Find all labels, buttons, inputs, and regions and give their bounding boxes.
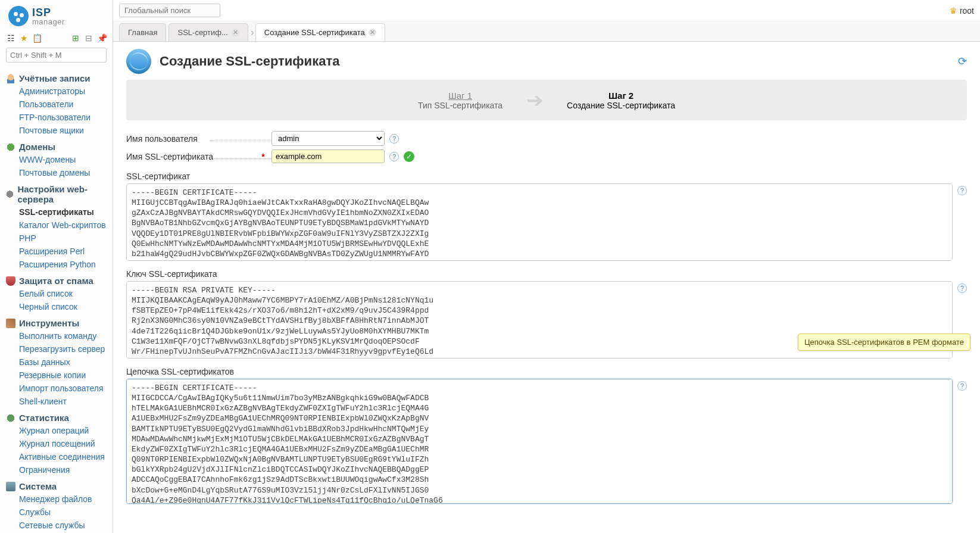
- help-icon[interactable]: ?: [389, 134, 399, 144]
- nav-item[interactable]: Каталог Web-скриптов: [0, 219, 113, 232]
- tree-icon[interactable]: ☷: [6, 33, 15, 43]
- check-icon: ✓: [404, 151, 414, 162]
- sidebar-search-input[interactable]: [6, 48, 107, 63]
- chain-textarea[interactable]: [126, 379, 953, 504]
- logo-top: ISP: [32, 7, 65, 18]
- step-2: Шаг 2 Создание SSL-сертификата: [567, 91, 675, 110]
- tab-label: Главная: [128, 28, 157, 37]
- clipboard-icon[interactable]: 📋: [32, 33, 42, 43]
- pin-icon[interactable]: 📌: [97, 33, 107, 43]
- add-icon[interactable]: ⊞: [71, 33, 80, 43]
- section-title: Статистика: [19, 413, 69, 423]
- section-icon: [6, 413, 15, 423]
- nav-item[interactable]: Пользователи: [0, 98, 113, 111]
- logo: ISP manager: [0, 0, 113, 31]
- help-icon[interactable]: ?: [957, 186, 967, 195]
- nav-section[interactable]: Защита от спама: [0, 271, 113, 287]
- nav-item[interactable]: Черный список: [0, 300, 113, 313]
- nav-item[interactable]: Shell-клиент: [0, 395, 113, 408]
- label-user: Имя пользователя: [126, 134, 257, 144]
- nav-section[interactable]: Настройки web-сервера: [0, 179, 113, 205]
- page-icon: [126, 49, 151, 74]
- nav-item[interactable]: Активные соединения: [0, 450, 113, 463]
- label-chain: Цепочка SSL-сертификатов: [126, 367, 967, 376]
- label-cert: SSL-сертификат: [126, 172, 967, 181]
- nav-item[interactable]: Менеджер файлов: [0, 493, 113, 506]
- star-icon[interactable]: ★: [19, 33, 29, 43]
- nav-item[interactable]: Резервные копии: [0, 369, 113, 382]
- help-icon[interactable]: ?: [957, 283, 967, 293]
- section-title: Система: [19, 481, 57, 491]
- section-title: Учётные записи: [19, 73, 90, 83]
- cert-textarea[interactable]: [126, 183, 953, 261]
- section-icon: [6, 142, 15, 152]
- certname-input[interactable]: [271, 149, 385, 163]
- chevron-right-icon: ›: [251, 26, 254, 39]
- global-search-input[interactable]: [119, 4, 220, 17]
- close-icon[interactable]: ✕: [369, 29, 376, 36]
- wizard-steps: Шаг 1 Тип SSL-сертификата ➔ Шаг 2 Создан…: [126, 80, 967, 120]
- user-chip[interactable]: ♛ root: [950, 6, 974, 15]
- nav-item[interactable]: Администраторы: [0, 85, 113, 98]
- nav-section[interactable]: Статистика: [0, 408, 113, 424]
- help-icon[interactable]: ?: [957, 381, 967, 391]
- user-select[interactable]: admin: [271, 131, 385, 146]
- arrow-icon: ➔: [526, 88, 543, 112]
- nav-section[interactable]: Домены: [0, 137, 113, 153]
- nav-item[interactable]: WWW-домены: [0, 153, 113, 166]
- sidebar-toolbar: ☷ ★ 📋 ⊞ ⊟ 📌: [0, 31, 113, 45]
- tab-bar: ГлавнаяSSL-сертиф...✕›Создание SSL-серти…: [113, 21, 980, 42]
- help-icon[interactable]: ?: [389, 152, 399, 161]
- nav-item[interactable]: SSL-сертификаты: [0, 205, 113, 219]
- nav-section[interactable]: Учётные записи: [0, 68, 113, 85]
- tab-label: SSL-сертиф...: [177, 28, 227, 37]
- nav-item[interactable]: Базы данных: [0, 356, 113, 369]
- logo-icon: [8, 6, 29, 26]
- nav-item[interactable]: PHP: [0, 232, 113, 245]
- page-title: Создание SSL-сертификата: [160, 54, 339, 69]
- nav-item[interactable]: Расширения Python: [0, 258, 113, 271]
- nav-item[interactable]: Перезагрузить сервер: [0, 342, 113, 356]
- label-key: Ключ SSL-сертификата: [126, 269, 967, 279]
- section-title: Инструменты: [19, 318, 79, 328]
- section-icon: [6, 319, 15, 328]
- nav-item[interactable]: FTP-пользователи: [0, 111, 113, 124]
- nav-section[interactable]: Система: [0, 476, 113, 493]
- nav-item[interactable]: Ограничения: [0, 463, 113, 476]
- tab-label: Создание SSL-сертификата: [264, 28, 365, 37]
- refresh-icon[interactable]: ⟳: [958, 55, 967, 68]
- nav-item[interactable]: Почтовые ящики: [0, 124, 113, 137]
- nav-item[interactable]: Выполнить команду: [0, 329, 113, 342]
- crown-icon: ♛: [950, 6, 957, 15]
- nav-item[interactable]: Журнал посещений: [0, 437, 113, 450]
- user-name: root: [960, 6, 974, 15]
- section-title: Защита от спама: [19, 276, 93, 286]
- section-title: Настройки web-сервера: [17, 184, 107, 204]
- nav-item[interactable]: Расширения Perl: [0, 245, 113, 258]
- section-icon: [6, 74, 15, 83]
- tab[interactable]: Создание SSL-сертификата✕: [255, 23, 385, 41]
- collapse-icon[interactable]: ⊟: [84, 33, 93, 43]
- tab[interactable]: SSL-сертиф...✕: [168, 23, 248, 41]
- nav-item[interactable]: Импорт пользователя: [0, 382, 113, 395]
- nav-item[interactable]: Службы: [0, 506, 113, 519]
- tab[interactable]: Главная: [119, 23, 166, 41]
- nav-item[interactable]: Белый список: [0, 287, 113, 300]
- section-icon: [6, 189, 14, 199]
- section-icon: [6, 276, 15, 286]
- logo-bottom: manager: [32, 18, 65, 26]
- nav-item[interactable]: Сетевые службы: [0, 519, 113, 532]
- step-1[interactable]: Шаг 1 Тип SSL-сертификата: [418, 91, 503, 110]
- close-icon[interactable]: ✕: [232, 29, 239, 36]
- tooltip: Цепочка SSL-сертификатов в PEM формате: [798, 333, 970, 351]
- sidebar-nav: Учётные записиАдминистраторыПользователи…: [0, 65, 113, 533]
- section-title: Домены: [19, 142, 55, 152]
- nav-item[interactable]: Почтовые домены: [0, 166, 113, 179]
- nav-item[interactable]: Журнал операций: [0, 424, 113, 437]
- nav-section[interactable]: Инструменты: [0, 313, 113, 329]
- label-certname: Имя SSL-сертификата: [126, 152, 257, 161]
- section-icon: [6, 482, 15, 491]
